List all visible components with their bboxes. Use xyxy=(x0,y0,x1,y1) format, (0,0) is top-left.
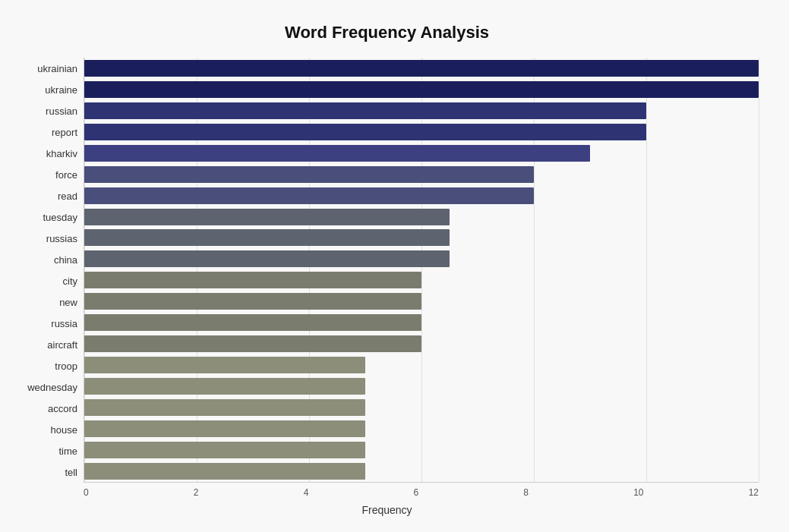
chart-title: Word Frequency Analysis xyxy=(15,15,759,42)
y-label: russias xyxy=(15,228,77,249)
y-label: ukrainian xyxy=(15,58,77,79)
bar-row xyxy=(84,228,759,247)
x-axis: 024681012 xyxy=(15,487,759,498)
bar-city xyxy=(84,272,421,288)
x-tick: 4 xyxy=(304,487,309,498)
bar-ukrainian xyxy=(84,60,759,77)
y-label: wednesday xyxy=(15,376,77,398)
y-label: accord xyxy=(15,398,77,419)
bar-row xyxy=(84,355,759,375)
bar-russia xyxy=(84,314,421,331)
x-tick: 8 xyxy=(523,487,529,498)
bar-row xyxy=(84,334,759,354)
bar-report xyxy=(84,124,646,140)
bar-russian xyxy=(84,102,646,119)
bar-force xyxy=(84,166,534,183)
bar-accord xyxy=(84,399,365,416)
bar-ukraine xyxy=(84,81,759,98)
y-label: ukraine xyxy=(15,79,77,100)
bar-russias xyxy=(84,229,450,246)
chart-container: Word Frequency Analysis ukrainianukraine… xyxy=(0,0,789,532)
y-label: china xyxy=(15,249,77,270)
bar-row xyxy=(84,249,759,269)
bars-area xyxy=(84,58,759,483)
chart-area: ukrainianukrainerussianreportkharkivforc… xyxy=(15,58,759,468)
x-tick: 2 xyxy=(194,487,199,498)
y-label: house xyxy=(15,419,77,440)
bar-house xyxy=(84,420,365,437)
grid-line xyxy=(759,58,759,482)
bar-new xyxy=(84,293,421,310)
x-tick: 12 xyxy=(749,487,759,498)
bar-row xyxy=(84,419,759,439)
bar-row xyxy=(84,398,759,417)
y-label: kharkiv xyxy=(15,143,77,164)
bar-row xyxy=(84,313,759,332)
bar-row xyxy=(84,80,759,99)
bar-row xyxy=(84,122,759,142)
y-label: russia xyxy=(15,313,77,334)
bar-row xyxy=(84,376,759,396)
x-tick: 0 xyxy=(84,487,89,498)
y-label: city xyxy=(15,270,77,291)
bar-tell xyxy=(84,463,365,480)
y-labels: ukrainianukrainerussianreportkharkivforc… xyxy=(15,58,84,483)
bar-row xyxy=(84,291,759,311)
y-label: tell xyxy=(15,461,77,483)
y-label: russian xyxy=(15,100,77,121)
y-label: troop xyxy=(15,355,77,376)
y-label: time xyxy=(15,440,77,461)
bar-kharkiv xyxy=(84,145,590,162)
y-label: aircraft xyxy=(15,334,77,355)
x-tick: 6 xyxy=(413,487,418,498)
y-label: read xyxy=(15,185,77,206)
bar-troop xyxy=(84,357,365,373)
x-tick: 10 xyxy=(633,487,643,498)
y-label: force xyxy=(15,164,77,185)
y-label: tuesday xyxy=(15,206,77,228)
bar-aircraft xyxy=(84,335,421,352)
bar-tuesday xyxy=(84,209,450,225)
bar-wednesday xyxy=(84,378,365,395)
x-axis-label: Frequency xyxy=(15,504,759,516)
bar-row xyxy=(84,186,759,206)
bar-row xyxy=(84,270,759,290)
bar-china xyxy=(84,250,450,267)
bar-row xyxy=(84,461,759,481)
bar-row xyxy=(84,101,759,121)
bar-row xyxy=(84,207,759,227)
bar-row xyxy=(84,165,759,184)
bar-time xyxy=(84,442,365,458)
y-label: report xyxy=(15,121,77,143)
bar-row xyxy=(84,58,759,78)
y-label: new xyxy=(15,291,77,313)
bar-row xyxy=(84,440,759,460)
chart-body: ukrainianukrainerussianreportkharkivforc… xyxy=(15,58,759,483)
x-tick-container: 024681012 xyxy=(84,487,759,498)
bar-row xyxy=(84,143,759,163)
bar-read xyxy=(84,187,534,204)
